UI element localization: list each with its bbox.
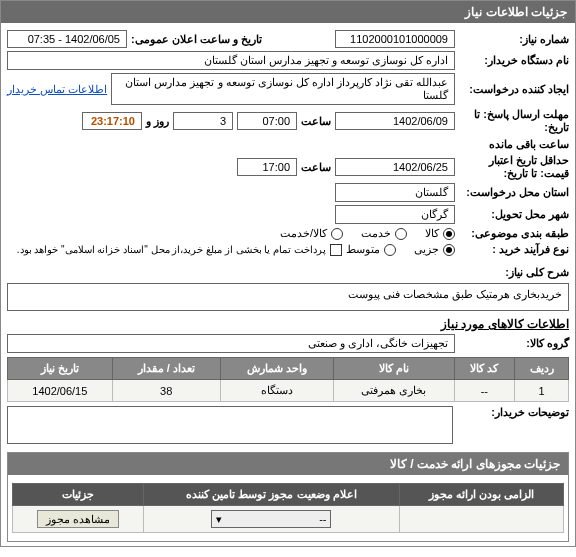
row-validity: حداقل تاریخ اعتبار قیمت: تا تاریخ: 1402/… — [7, 154, 569, 180]
radio-dot-icon — [331, 228, 343, 240]
label-city: شهر محل تحویل: — [459, 208, 569, 221]
label-remaining: ساعت باقی مانده — [489, 138, 569, 151]
lic-cell-status: -- ▾ — [143, 506, 400, 533]
license-header-row: الزامی بودن ارائه مجوز اعلام وضعیت مجوز … — [13, 484, 564, 506]
label-category: طبقه بندی موضوعی: — [459, 227, 569, 240]
label-rooz: روز و — [146, 115, 169, 128]
field-buyer-notes — [7, 406, 453, 444]
label-validity: حداقل تاریخ اعتبار قیمت: تا تاریخ: — [459, 154, 569, 180]
radio-both[interactable]: کالا/خدمت — [280, 227, 343, 240]
field-buyer-org: اداره کل نوسازی توسعه و تجهیز مدارس استا… — [7, 51, 455, 70]
col-unit: واحد شمارش — [220, 358, 333, 380]
row-buy-type: نوع فرآیند خرید : جزیی متوسط پرداخت تمام… — [7, 243, 569, 256]
label-requester: ایجاد کننده درخواست: — [459, 83, 569, 96]
field-time-left: 23:17:10 — [82, 112, 142, 130]
field-validity-date: 1402/06/25 — [335, 158, 455, 176]
radio-medium[interactable]: متوسط — [346, 243, 396, 256]
table-row: 1 -- بخاری همرفتی دستگاه 38 1402/06/15 — [8, 380, 569, 402]
field-deadline-time: 07:00 — [237, 112, 297, 130]
row-province: استان محل درخواست: گلستان — [7, 183, 569, 202]
contact-link[interactable]: اطلاعات تماس خریدار — [7, 83, 107, 96]
col-name: نام کالا — [333, 358, 454, 380]
field-province: گلستان — [335, 183, 455, 202]
field-need-desc: خریدبخاری هرمتیک طبق مشخصات فنی پیوست — [7, 283, 569, 311]
lic-col-details: جزئیات — [13, 484, 144, 506]
buy-type-radios: جزیی متوسط — [346, 243, 455, 256]
row-requester: ایجاد کننده درخواست: عبدالله تقی نژاد کا… — [7, 73, 569, 105]
label-need-no: شماره نیاز: — [459, 33, 569, 46]
view-license-button[interactable]: مشاهده مجوز — [37, 510, 119, 528]
field-city: گرگان — [335, 205, 455, 224]
label-deadline: مهلت ارسال پاسخ: تا تاریخ: — [459, 108, 569, 134]
cell-name: بخاری همرفتی — [333, 380, 454, 402]
license-table: الزامی بودن ارائه مجوز اعلام وضعیت مجوز … — [12, 483, 564, 533]
row-need-desc: شرح کلی نیاز: خریدبخاری هرمتیک طبق مشخصا… — [7, 266, 569, 311]
lic-col-mandatory: الزامی بودن ارائه مجوز — [400, 484, 564, 506]
license-panel-title: جزئیات مجوزهای ارائه خدمت / کالا — [8, 453, 568, 475]
radio-dot-icon — [443, 228, 455, 240]
label-need-desc: شرح کلی نیاز: — [459, 266, 569, 279]
col-qty: تعداد / مقدار — [112, 358, 220, 380]
row-need-no: شماره نیاز: 1102000101000009 تاریخ و ساع… — [7, 30, 569, 48]
license-panel-body: الزامی بودن ارائه مجوز اعلام وضعیت مجوز … — [8, 475, 568, 541]
panel-title: جزئیات اطلاعات نیاز — [1, 1, 575, 23]
field-days-left: 3 — [173, 112, 233, 130]
cell-date: 1402/06/15 — [8, 380, 113, 402]
label-buyer-org: نام دستگاه خریدار: — [459, 54, 569, 67]
goods-info-title: اطلاعات کالاهای مورد نیاز — [7, 317, 569, 331]
field-deadline-date: 1402/06/09 — [335, 112, 455, 130]
label-goods-group: گروه کالا: — [459, 337, 569, 350]
row-category: طبقه بندی موضوعی: کالا خدمت کالا/خدمت — [7, 227, 569, 240]
row-buyer-org: نام دستگاه خریدار: اداره کل نوسازی توسعه… — [7, 51, 569, 70]
label-buy-type: نوع فرآیند خرید : — [459, 243, 569, 256]
goods-table: ردیف کد کالا نام کالا واحد شمارش تعداد /… — [7, 357, 569, 402]
need-details-panel: جزئیات اطلاعات نیاز شماره نیاز: 11020001… — [0, 0, 576, 547]
buy-type-note: پرداخت تمام یا بخشی از مبلغ خرید،از محل … — [17, 244, 326, 255]
row-deadline: مهلت ارسال پاسخ: تا تاریخ: 1402/06/09 سا… — [7, 108, 569, 151]
panel-content: شماره نیاز: 1102000101000009 تاریخ و ساع… — [1, 23, 575, 546]
field-requester: عبدالله تقی نژاد کارپرداز اداره کل نوساز… — [111, 73, 455, 105]
col-no: ردیف — [515, 358, 569, 380]
status-select[interactable]: -- ▾ — [211, 510, 331, 528]
field-need-no: 1102000101000009 — [335, 30, 455, 48]
cell-code: -- — [454, 380, 515, 402]
label-province: استان محل درخواست: — [459, 186, 569, 199]
label-saat1: ساعت — [301, 115, 331, 128]
chevron-down-icon: ▾ — [216, 513, 222, 526]
lic-col-status: اعلام وضعیت مجوز توسط تامین کننده — [143, 484, 400, 506]
col-date: تاریخ نیاز — [8, 358, 113, 380]
radio-dot-icon — [443, 244, 455, 256]
label-saat2: ساعت — [301, 161, 331, 174]
field-pub-datetime: 1402/06/05 - 07:35 — [7, 30, 127, 48]
cell-qty: 38 — [112, 380, 220, 402]
label-buyer-notes: توضیحات خریدار: — [459, 406, 569, 444]
radio-dot-icon — [395, 228, 407, 240]
col-code: کد کالا — [454, 358, 515, 380]
radio-small[interactable]: جزیی — [414, 243, 455, 256]
label-pub-datetime: تاریخ و ساعت اعلان عمومی: — [131, 33, 262, 46]
radio-goods[interactable]: کالا — [425, 227, 455, 240]
field-validity-time: 17:00 — [237, 158, 297, 176]
row-city: شهر محل تحویل: گرگان — [7, 205, 569, 224]
lic-cell-details: مشاهده مجوز — [13, 506, 144, 533]
license-panel: جزئیات مجوزهای ارائه خدمت / کالا الزامی … — [7, 452, 569, 542]
cell-no: 1 — [515, 380, 569, 402]
lic-cell-mandatory — [400, 506, 564, 533]
radio-service[interactable]: خدمت — [361, 227, 407, 240]
cell-unit: دستگاه — [220, 380, 333, 402]
field-goods-group: تجهیزات خانگی، اداری و صنعتی — [7, 334, 455, 353]
table-row: -- ▾ مشاهده مجوز — [13, 506, 564, 533]
treasury-checkbox[interactable] — [330, 244, 342, 256]
goods-table-header-row: ردیف کد کالا نام کالا واحد شمارش تعداد /… — [8, 358, 569, 380]
row-buyer-notes: توضیحات خریدار: — [7, 406, 569, 444]
radio-dot-icon — [384, 244, 396, 256]
row-goods-group: گروه کالا: تجهیزات خانگی، اداری و صنعتی — [7, 334, 569, 353]
category-radios: کالا خدمت کالا/خدمت — [280, 227, 455, 240]
